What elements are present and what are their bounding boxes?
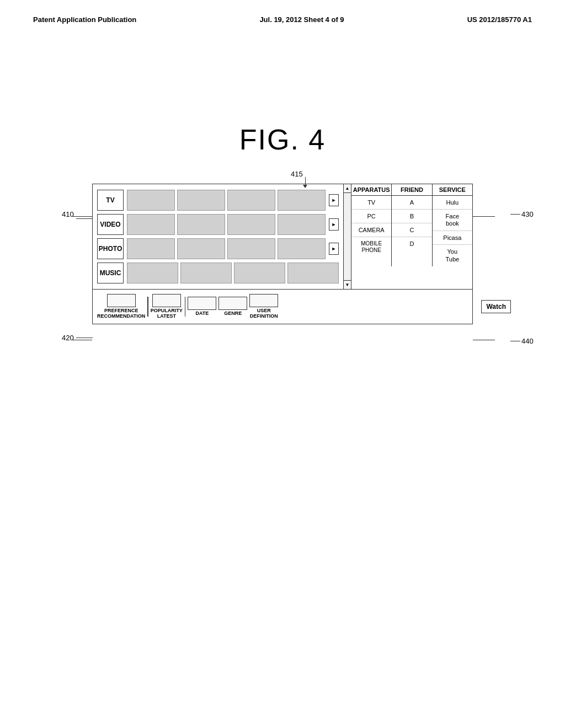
apparatus-mobile[interactable]: MOBILEPHONE — [351, 237, 391, 257]
divider-1 — [147, 297, 148, 317]
page-header: Patent Application Publication Jul. 19, … — [0, 0, 565, 24]
label-430: 430 — [510, 210, 534, 218]
apparatus-tv[interactable]: TV — [351, 196, 391, 210]
main-diagram-box: TV ► VIDEO — [92, 184, 473, 324]
arrow-410-line — [71, 216, 92, 217]
filter-date: DATE — [188, 297, 216, 317]
tv-bars — [127, 190, 326, 211]
photo-play-btn[interactable]: ► — [329, 243, 339, 255]
arrow-440-line — [473, 340, 495, 340]
photo-bar-2 — [177, 238, 225, 259]
arrow-430-line — [473, 216, 495, 217]
dropdown-rows: TV PC CAMERA MOBILEPHONE A B C D — [351, 196, 472, 266]
header-left: Patent Application Publication — [33, 15, 136, 24]
header-center: Jul. 19, 2012 Sheet 4 of 9 — [259, 15, 344, 24]
label-440: 440 — [510, 337, 534, 345]
top-section: TV ► VIDEO — [93, 184, 472, 290]
friend-c[interactable]: C — [392, 223, 431, 237]
watch-button[interactable]: Watch — [481, 300, 511, 313]
filter-genre-wrapper: GENRE — [218, 297, 247, 317]
filter-date-box[interactable] — [188, 297, 216, 310]
diagram-wrapper: 410 420 415 430 440 — [0, 184, 565, 324]
label-420: 420 — [62, 334, 93, 342]
label-415: 415 — [291, 170, 303, 178]
scroll-down-btn[interactable]: ▼ — [344, 280, 351, 289]
dropdown-header: APPARATUS FRIEND SERVICE — [351, 184, 472, 196]
filter-date-label: DATE — [195, 311, 209, 317]
photo-bar-4 — [278, 238, 326, 259]
video-bar-1 — [127, 214, 175, 235]
service-col: Hulu Facebook Picasa YouTube — [433, 196, 472, 266]
label-410: 410 — [62, 210, 74, 218]
apparatus-col: TV PC CAMERA MOBILEPHONE — [351, 196, 392, 266]
music-bar-4 — [287, 263, 339, 283]
photo-bars — [127, 238, 326, 259]
music-label: MUSIC — [97, 263, 124, 283]
scrollbar[interactable]: ▲ ▼ — [343, 184, 351, 289]
photo-bar-3 — [227, 238, 275, 259]
friend-header: FRIEND — [392, 184, 432, 195]
friend-d[interactable]: D — [392, 237, 431, 250]
figure-title: FIG. 4 — [0, 123, 565, 156]
filter-genre: GENRE — [218, 297, 247, 317]
video-bars — [127, 214, 326, 235]
tv-play-btn[interactable]: ► — [329, 194, 339, 206]
filter-user-label: USERDEFINITION — [250, 308, 278, 319]
filter-preference: PREFERENCERECOMMENDATION — [97, 294, 145, 319]
apparatus-header: APPARATUS — [351, 184, 392, 195]
divider-2 — [185, 297, 186, 317]
filter-bar: PREFERENCERECOMMENDATION POPULARITYLATES… — [93, 290, 472, 324]
filter-genre-box[interactable] — [218, 297, 247, 310]
music-bar-2 — [180, 263, 232, 283]
tv-label: TV — [97, 190, 124, 211]
filter-preference-label: PREFERENCERECOMMENDATION — [97, 308, 145, 319]
filter-popularity: POPULARITYLATEST — [151, 294, 183, 319]
header-right: US 2012/185770 A1 — [467, 15, 532, 24]
photo-bar-1 — [127, 238, 175, 259]
music-bar-1 — [127, 263, 178, 283]
friend-a[interactable]: A — [392, 196, 431, 210]
video-row: VIDEO ► — [97, 214, 339, 235]
video-bar-4 — [278, 214, 326, 235]
filter-user-wrapper: USERDEFINITION — [249, 294, 278, 319]
filter-genre-label: GENRE — [224, 311, 242, 317]
apparatus-camera[interactable]: CAMERA — [351, 223, 391, 237]
tv-bar-4 — [278, 190, 326, 211]
tv-bar-3 — [227, 190, 275, 211]
apparatus-pc[interactable]: PC — [351, 210, 391, 223]
filter-preference-box[interactable] — [107, 294, 136, 307]
tv-bar-1 — [127, 190, 175, 211]
video-play-btn[interactable]: ► — [329, 218, 339, 231]
content-area: TV ► VIDEO — [93, 184, 351, 289]
music-bars — [127, 263, 339, 283]
dropdown-panel: APPARATUS FRIEND SERVICE TV PC CAMERA MO… — [351, 184, 472, 289]
friend-col: A B C D — [392, 196, 432, 266]
music-bar-3 — [234, 263, 285, 283]
service-picasa[interactable]: Picasa — [433, 231, 472, 245]
service-header: SERVICE — [433, 184, 472, 195]
friend-b[interactable]: B — [392, 210, 431, 223]
tv-row: TV ► — [97, 190, 339, 211]
video-bar-3 — [227, 214, 275, 235]
filter-user-box[interactable] — [249, 294, 278, 307]
content-list: TV ► VIDEO — [93, 184, 343, 289]
video-bar-2 — [177, 214, 225, 235]
photo-label: PHOTO — [97, 238, 124, 259]
filter-popularity-box[interactable] — [152, 294, 181, 307]
filter-user: USERDEFINITION — [249, 294, 278, 319]
tv-bar-2 — [177, 190, 225, 211]
service-hulu[interactable]: Hulu — [433, 196, 472, 210]
photo-row: PHOTO ► — [97, 238, 339, 259]
filter-popularity-label: POPULARITYLATEST — [151, 308, 183, 319]
scroll-up-btn[interactable]: ▲ — [344, 184, 351, 193]
scroll-track — [344, 193, 351, 280]
arrow-420-line — [71, 340, 92, 340]
video-label: VIDEO — [97, 214, 124, 235]
music-row: MUSIC — [97, 263, 339, 283]
service-youtube[interactable]: YouTube — [433, 245, 472, 266]
service-facebook[interactable]: Facebook — [433, 210, 472, 231]
